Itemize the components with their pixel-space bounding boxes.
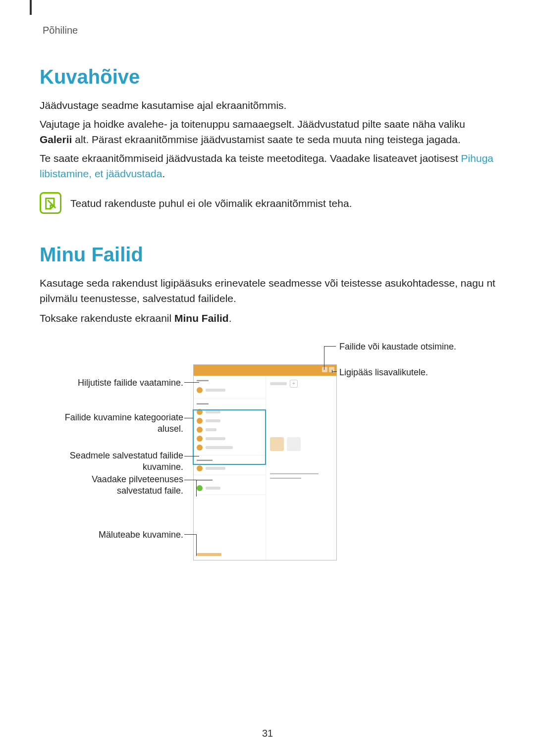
audio-icon xyxy=(197,427,203,433)
text-bold: Minu Failid xyxy=(174,312,229,324)
note-icon xyxy=(40,192,61,214)
text: . xyxy=(229,312,232,324)
page-number: 31 xyxy=(0,728,535,739)
device-section-label: ▬▬▬▬ xyxy=(194,475,266,482)
note-text: Teatud rakenduste puhul ei ole võimalik … xyxy=(70,192,352,211)
image-icon xyxy=(197,409,203,415)
callout-local: Seadmele salvestatud failide kuvamine. xyxy=(59,450,183,473)
search-icon xyxy=(322,367,327,372)
paragraph: Kasutage seda rakendust ligipääsuks erin… xyxy=(40,276,495,306)
placeholder-bar xyxy=(206,389,225,392)
placeholder-bar xyxy=(197,553,221,556)
placeholder-bar xyxy=(206,446,233,449)
placeholder-bar xyxy=(206,410,220,413)
breadcrumb: Põhiline xyxy=(43,25,495,36)
paragraph: Te saate ekraanitõmmiseid jäädvustada ka… xyxy=(40,151,495,181)
connector-line xyxy=(184,480,196,480)
placeholder-bar xyxy=(206,419,220,422)
heading-minufailid: Minu Failid xyxy=(40,244,495,266)
text: Toksake rakenduste ekraanil xyxy=(40,312,174,324)
document-icon xyxy=(197,436,203,442)
paragraph: Jäädvustage seadme kasutamise ajal ekraa… xyxy=(40,98,495,113)
connector-line xyxy=(332,370,332,373)
callout-recent: Hiljutiste failide vaatamine. xyxy=(78,377,183,389)
callout-cloud: Vaadake pilveteenuses salvestatud faile. xyxy=(74,474,183,497)
device-right-pane: + ▬▬▬▬▬▬▬▬▬▬▬▬▬▬▬▬▬▬▬▬▬▬▬ xyxy=(266,376,336,560)
connector-line xyxy=(196,480,197,497)
device-cloud-row xyxy=(194,482,266,495)
note-block: Teatud rakenduste puhul ei ole võimalik … xyxy=(40,192,495,214)
placeholder-text: ▬▬▬▬▬▬▬▬▬▬▬▬▬▬▬▬▬▬▬▬▬▬▬ xyxy=(270,471,332,480)
text: Te saate ekraanitõmmiseid jäädvustada ka… xyxy=(40,152,461,164)
connector-line xyxy=(324,346,336,347)
connector-line xyxy=(184,382,199,383)
connector-line xyxy=(184,456,199,456)
placeholder-bar xyxy=(206,428,216,431)
placeholder-bar xyxy=(206,487,220,490)
text: Vajutage ja hoidke avalehe- ja toitenupp… xyxy=(40,118,465,130)
text-bold: Galerii xyxy=(40,134,72,145)
download-icon xyxy=(197,445,203,451)
device-section-label: ▬▬▬▬ xyxy=(194,455,266,462)
connector-line xyxy=(332,371,337,372)
video-icon xyxy=(197,418,203,424)
diagram: Failide või kaustade otsimine. Ligipääs … xyxy=(40,341,495,569)
paragraph: Vajutage ja hoidke avalehe- ja toitenupp… xyxy=(40,117,495,147)
placeholder-bar xyxy=(206,467,225,470)
device-section-label: ▬▬▬ xyxy=(194,399,266,405)
device-section-label: ▬▬▬ xyxy=(194,376,266,382)
text: . xyxy=(162,168,165,179)
callout-search: Failide või kaustade otsimine. xyxy=(339,341,456,353)
device-header xyxy=(194,365,336,376)
thumbnail xyxy=(287,437,301,451)
device-local-row xyxy=(194,462,266,475)
device-recent-row xyxy=(194,382,266,399)
callout-categories: Failide kuvamine kategooriate alusel. xyxy=(54,412,183,435)
connector-line xyxy=(196,534,197,556)
device-screenshot: ▬▬▬ ▬▬▬ ▬▬▬▬ xyxy=(193,364,337,560)
text: alt. Pärast ekraanitõmmise jäädvustamist… xyxy=(72,134,460,145)
thumbnail xyxy=(270,437,284,451)
device-icon xyxy=(197,465,203,471)
device-categories xyxy=(194,405,266,455)
plus-icon: + xyxy=(290,380,298,388)
page-content: Põhiline Kuvahõive Jäädvustage seadme ka… xyxy=(0,0,535,589)
callout-storage: Mäluteabe kuvamine. xyxy=(99,529,183,541)
paragraph: Toksake rakenduste ekraanil Minu Failid. xyxy=(40,311,495,326)
device-storage-row xyxy=(194,547,266,560)
cloud-icon xyxy=(197,485,203,491)
connector-line xyxy=(324,346,324,370)
placeholder-bar xyxy=(206,437,225,440)
callout-options: Ligipääs lisavalikutele. xyxy=(339,367,428,378)
connector-line xyxy=(184,534,196,535)
connector-line xyxy=(184,418,193,418)
placeholder-bar xyxy=(270,382,287,385)
clock-icon xyxy=(197,387,203,393)
heading-kuvahove: Kuvahõive xyxy=(40,66,495,88)
